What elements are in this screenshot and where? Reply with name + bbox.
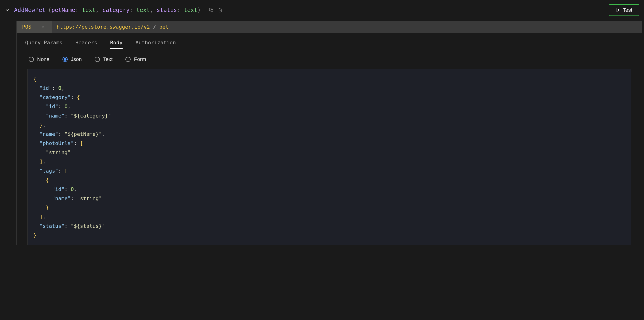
api-signature: (petName: text, category: text, status: …	[48, 7, 201, 13]
api-header: AddNewPet (petName: text, category: text…	[2, 4, 642, 21]
radio-circle-icon	[126, 57, 130, 62]
json-body-editor[interactable]: { "id": 0, "category": { "id": 0, "name"…	[28, 69, 631, 245]
tab-query-params[interactable]: Query Params	[25, 40, 62, 49]
radio-form-label: Form	[134, 56, 146, 62]
play-icon	[616, 8, 620, 12]
tab-headers[interactable]: Headers	[76, 40, 97, 49]
svg-rect-0	[211, 10, 213, 12]
radio-circle-selected-icon	[62, 57, 68, 62]
radio-circle-icon	[95, 57, 100, 62]
radio-text[interactable]: Text	[95, 56, 112, 62]
radio-none[interactable]: None	[29, 56, 50, 62]
collapse-toggle[interactable]	[5, 7, 10, 13]
request-bar: POST https://petstore.swagger.io/v2 / pe…	[17, 21, 642, 33]
svg-marker-1	[617, 9, 619, 11]
request-tabs: Query Params Headers Body Authorization	[17, 33, 642, 49]
tab-authorization[interactable]: Authorization	[136, 40, 176, 49]
delete-icon[interactable]	[218, 8, 223, 12]
body-type-radios: None Json Text Form	[17, 49, 642, 69]
api-name: AddNewPet	[14, 7, 46, 13]
radio-json-label: Json	[71, 56, 82, 62]
chevron-down-icon	[5, 7, 10, 13]
radio-json[interactable]: Json	[62, 56, 82, 62]
radio-circle-icon	[29, 57, 34, 62]
http-method-select[interactable]: POST	[17, 21, 52, 33]
radio-none-label: None	[37, 56, 50, 62]
radio-text-label: Text	[103, 56, 112, 62]
radio-form[interactable]: Form	[126, 56, 146, 62]
test-button-label: Test	[623, 7, 632, 13]
http-method-label: POST	[22, 24, 34, 30]
tab-body[interactable]: Body	[110, 40, 122, 49]
chevron-down-icon	[41, 25, 45, 29]
url-input[interactable]: https://petstore.swagger.io/v2 / pet	[52, 21, 642, 33]
copy-icon[interactable]	[209, 8, 214, 12]
test-button[interactable]: Test	[609, 4, 639, 16]
